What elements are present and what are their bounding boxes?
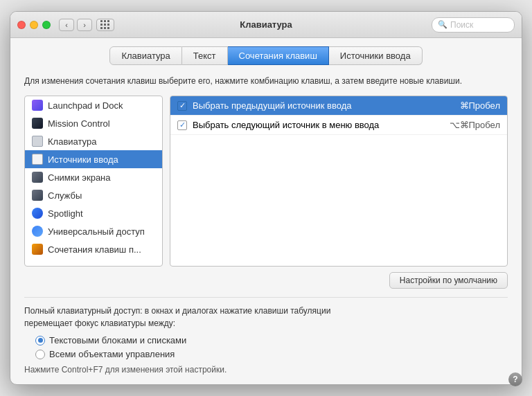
radio-dot: [38, 338, 43, 343]
sidebar-item-label: Launchpad и Dock: [48, 100, 123, 111]
radio-label-text-lists: Текстовыми блоками и списками: [49, 335, 186, 345]
sidebar-item-launchpad[interactable]: Launchpad и Dock: [25, 96, 162, 114]
radio-group: Текстовыми блоками и списками Всеми объе…: [35, 335, 508, 359]
sidebar-item-label: Службы: [48, 190, 82, 201]
access-section: Полный клавиатурный доступ: в окнах и ди…: [24, 297, 508, 375]
sidebar-item-keyboard[interactable]: Клавиатура: [25, 132, 162, 150]
shortcut-row-next[interactable]: ✓ Выбрать следующий источник в меню ввод…: [170, 116, 507, 135]
back-button[interactable]: ‹: [59, 19, 74, 31]
search-icon: 🔍: [438, 20, 447, 29]
close-button[interactable]: [17, 21, 26, 29]
grid-button[interactable]: [96, 19, 114, 31]
sidebar-item-services[interactable]: Службы: [25, 186, 162, 204]
bottom-panel: Настройки по умолчанию Полный клавиатурн…: [24, 267, 508, 375]
sidebar-item-label: Mission Control: [48, 118, 110, 129]
shortcut-keys-prev: ⌘Пробел: [460, 100, 501, 111]
tab-keyboard[interactable]: Клавиатура: [109, 46, 181, 65]
nav-buttons: ‹ ›: [59, 19, 92, 31]
minimize-button[interactable]: [30, 21, 38, 29]
sidebar-item-label: Spotlight: [48, 208, 83, 219]
tab-shortcuts[interactable]: Сочетания клавиш: [228, 46, 329, 65]
radio-label-all-controls: Всеми объектами управления: [49, 349, 175, 359]
spotlight-icon: [32, 208, 43, 219]
sidebar-item-label: Снимки экрана: [48, 172, 111, 183]
sidebar-item-screenshots[interactable]: Снимки экрана: [25, 168, 162, 186]
sidebar-item-input-sources[interactable]: Источники ввода: [25, 150, 162, 168]
description-text: Для изменения сочетания клавиш выберите …: [24, 75, 508, 87]
shortcut-row-prev[interactable]: ✓ Выбрать предыдущий источник ввода ⌘Про…: [170, 96, 507, 116]
traffic-lights: [17, 21, 51, 29]
default-button[interactable]: Настройки по умолчанию: [389, 272, 508, 289]
window-title: Клавиатура: [240, 19, 292, 30]
shortcut-keys-next: ⌥⌘Пробел: [450, 120, 501, 130]
search-box[interactable]: 🔍 Поиск: [432, 17, 515, 33]
launchpad-icon: [32, 100, 43, 111]
help-button[interactable]: ?: [508, 372, 522, 385]
main-window: ‹ › Клавиатура 🔍 Поиск Клавиатура Текст …: [10, 11, 522, 385]
sidebar-item-universal[interactable]: Универсальный доступ: [25, 222, 162, 240]
tab-input-sources[interactable]: Источники ввода: [329, 46, 423, 65]
main-area: Launchpad и Dock Mission Control Клавиат…: [24, 96, 508, 267]
shortcuts-icon: [32, 244, 43, 255]
radio-circle-all-controls: [35, 350, 45, 359]
access-note: Нажмите Control+F7 для изменения этой на…: [24, 365, 508, 375]
keyboard-icon: [32, 136, 43, 147]
sidebar-item-label: Источники ввода: [48, 154, 118, 165]
sidebar-list: Launchpad и Dock Mission Control Клавиат…: [24, 96, 163, 267]
sidebar-item-mission[interactable]: Mission Control: [25, 114, 162, 132]
shortcut-label-prev: Выбрать предыдущий источник ввода: [193, 100, 454, 111]
radio-item-text-lists[interactable]: Текстовыми блоками и списками: [35, 335, 508, 345]
shortcuts-panel: ✓ Выбрать предыдущий источник ввода ⌘Про…: [170, 96, 508, 267]
radio-circle-text-lists: [35, 336, 45, 345]
shortcut-label-next: Выбрать следующий источник в меню ввода: [193, 120, 444, 130]
sidebar-item-app-shortcuts[interactable]: Сочетания клавиш п...: [25, 240, 162, 258]
services-icon: [32, 190, 43, 201]
checkbox-prev[interactable]: ✓: [177, 101, 187, 111]
sidebar-item-label: Сочетания клавиш п...: [48, 244, 141, 255]
mission-icon: [32, 118, 43, 129]
tabs-container: Клавиатура Текст Сочетания клавиш Источн…: [10, 38, 522, 65]
sources-icon: [32, 154, 43, 165]
default-btn-row: Настройки по умолчанию: [24, 272, 508, 289]
screenshot-icon: [32, 172, 43, 183]
sidebar-item-label: Универсальный доступ: [48, 226, 145, 237]
radio-item-all-controls[interactable]: Всеми объектами управления: [35, 349, 508, 359]
sidebar-item-spotlight[interactable]: Spotlight: [25, 204, 162, 222]
checkbox-next[interactable]: ✓: [177, 120, 187, 130]
grid-icon: [100, 20, 110, 30]
access-title: Полный клавиатурный доступ: в окнах и ди…: [24, 305, 508, 330]
search-placeholder: Поиск: [450, 20, 473, 30]
maximize-button[interactable]: [42, 21, 51, 29]
universal-icon: [32, 226, 43, 237]
tab-text[interactable]: Текст: [182, 46, 228, 65]
forward-button[interactable]: ›: [77, 19, 92, 31]
content-area: Для изменения сочетания клавиш выберите …: [10, 65, 522, 384]
sidebar-item-label: Клавиатура: [48, 136, 96, 147]
titlebar: ‹ › Клавиатура 🔍 Поиск: [10, 12, 522, 38]
